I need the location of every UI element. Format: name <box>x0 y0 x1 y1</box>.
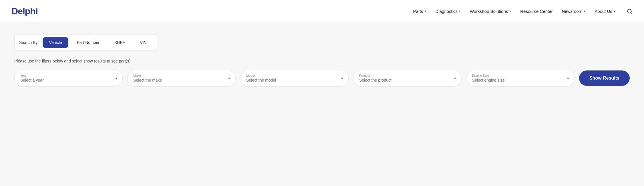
chevron-down-icon: ▾ <box>341 76 343 80</box>
tab-part-number[interactable]: Part Number <box>71 37 106 48</box>
instruction-text: Please use the filters below and select … <box>14 59 630 63</box>
nav-label-resource-center: Resource Center <box>520 9 552 14</box>
nav-label-workshop-solutions: Workshop Solutions <box>470 9 508 14</box>
year-dropdown[interactable]: Year Select a year ▾ <box>14 70 123 87</box>
main-nav: Parts ▾ Diagnostics ▾ Workshop Solutions… <box>413 9 633 14</box>
search-icon[interactable] <box>627 9 633 14</box>
make-value: Select the make <box>133 78 230 82</box>
chevron-down-icon: ▾ <box>459 9 461 13</box>
product-label: Product <box>359 74 456 77</box>
year-label: Year <box>20 74 117 77</box>
make-label: Make <box>133 74 230 77</box>
product-value: Select the product <box>359 78 456 82</box>
nav-label-diagnostics: Diagnostics <box>436 9 458 14</box>
nav-item-workshop-solutions[interactable]: Workshop Solutions ▾ <box>470 9 511 14</box>
chevron-down-icon: ▾ <box>614 9 615 13</box>
engine-size-value: Select engine size <box>472 78 569 82</box>
main-content: Search By: Vehicle Part Number XREF VIN … <box>0 23 644 186</box>
search-by-container: Search By: Vehicle Part Number XREF VIN <box>14 34 158 51</box>
engine-size-dropdown[interactable]: Engine Size Select engine size ▾ <box>466 70 575 87</box>
chevron-down-icon: ▾ <box>584 9 585 13</box>
nav-label-about-us: About Us <box>595 9 612 14</box>
filter-row: Year Select a year ▾ Make Select the mak… <box>14 70 630 87</box>
nav-item-newsroom[interactable]: Newsroom ▾ <box>562 9 586 14</box>
engine-size-label: Engine Size <box>472 74 569 77</box>
make-dropdown[interactable]: Make Select the make ▾ <box>127 70 236 87</box>
tab-vehicle[interactable]: Vehicle <box>43 37 68 48</box>
chevron-down-icon: ▾ <box>567 76 569 80</box>
header: Delphi Parts ▾ Diagnostics ▾ Workshop So… <box>0 0 644 23</box>
year-value: Select a year <box>20 78 117 82</box>
search-by-label: Search By: <box>19 40 39 45</box>
nav-item-resource-center[interactable]: Resource Center <box>520 9 552 14</box>
svg-line-1 <box>631 12 632 13</box>
logo[interactable]: Delphi <box>11 6 38 17</box>
nav-label-newsroom: Newsroom <box>562 9 583 14</box>
chevron-down-icon: ▾ <box>228 76 230 80</box>
chevron-down-icon: ▾ <box>509 9 511 13</box>
chevron-down-icon: ▾ <box>454 76 456 80</box>
product-dropdown[interactable]: Product Select the product ▾ <box>353 70 462 87</box>
model-label: Model <box>246 74 343 77</box>
tab-xref[interactable]: XREF <box>108 37 131 48</box>
chevron-down-icon: ▾ <box>425 9 426 13</box>
nav-item-about-us[interactable]: About Us ▾ <box>595 9 615 14</box>
nav-item-diagnostics[interactable]: Diagnostics ▾ <box>436 9 461 14</box>
model-value: Select the model <box>246 78 343 82</box>
model-dropdown[interactable]: Model Select the model ▾ <box>240 70 349 87</box>
nav-label-parts: Parts <box>413 9 423 14</box>
tab-vin[interactable]: VIN <box>134 37 153 48</box>
nav-item-parts[interactable]: Parts ▾ <box>413 9 426 14</box>
chevron-down-icon: ▾ <box>115 76 117 80</box>
show-results-button[interactable]: Show Results <box>579 70 630 86</box>
